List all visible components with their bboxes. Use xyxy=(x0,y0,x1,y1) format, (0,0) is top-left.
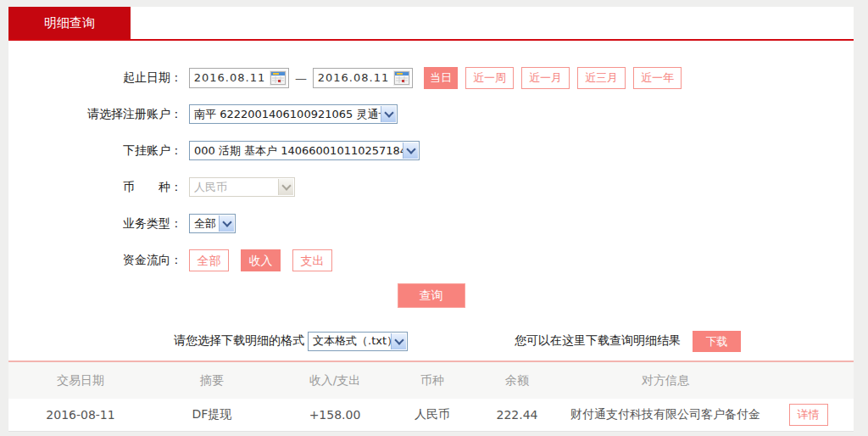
table-header-summary: 摘要 xyxy=(153,373,271,388)
detail-button[interactable]: 详情 xyxy=(789,404,828,426)
sub-account-label: 下挂账户： xyxy=(8,143,182,159)
table-header-balance: 余额 xyxy=(466,373,568,388)
query-button[interactable]: 查询 xyxy=(398,283,465,308)
quick-range-month-button[interactable]: 近一月 xyxy=(521,67,570,89)
sub-account-row: 下挂账户： 000 活期 基本户 1406600101102571848 xyxy=(8,132,854,169)
register-account-row: 请选择注册账户： 南平 6222001406100921065 灵通卡 xyxy=(8,96,854,132)
start-date-value: 2016.08.11 xyxy=(190,71,270,84)
start-date-input[interactable]: 2016.08.11 xyxy=(189,68,289,88)
quick-range-group: 当日 近一周 近一月 近三月 近一年 xyxy=(424,67,689,89)
cell-counterparty: 财付通支付科技有限公司客户备付金 xyxy=(568,407,763,422)
fund-direction-income-button[interactable]: 收入 xyxy=(241,249,281,271)
download-hint: 您可以在这里下载查询明细结果 xyxy=(515,333,681,349)
table-header-row: 交易日期 摘要 收入/支出 币种 余额 对方信息 xyxy=(8,362,854,399)
chevron-down-icon[interactable] xyxy=(403,143,418,159)
download-format-label: 请您选择下载明细的格式 xyxy=(174,333,304,349)
currency-row: 币 种： 人民币 xyxy=(8,169,854,205)
tab-bar: 明细查询 xyxy=(8,7,854,41)
chevron-down-icon[interactable] xyxy=(381,106,396,122)
cell-amount: +158.00 xyxy=(271,408,398,422)
business-type-select[interactable]: 全部 xyxy=(189,214,236,233)
content-panel: 明细查询 起止日期： 2016.08.11 xyxy=(8,7,854,432)
cell-balance: 222.44 xyxy=(466,408,568,422)
table-header-currency: 币种 xyxy=(398,373,466,388)
fund-direction-row: 资金流向： 全部 收入 支出 xyxy=(8,242,854,278)
fund-direction-label: 资金流向： xyxy=(8,253,182,268)
cell-transaction-date: 2016-08-11 xyxy=(8,408,153,422)
register-account-label: 请选择注册账户： xyxy=(8,107,182,122)
calendar-icon[interactable] xyxy=(393,70,410,86)
cell-actions: 详情 xyxy=(763,404,854,426)
chevron-down-icon[interactable] xyxy=(219,215,234,232)
chevron-down-icon xyxy=(278,179,293,195)
quick-range-year-button[interactable]: 近一年 xyxy=(633,67,682,89)
sub-account-value: 000 活期 基本户 1406600101102571848 xyxy=(194,143,414,159)
calendar-icon[interactable] xyxy=(270,70,287,86)
currency-label: 币 种： xyxy=(8,180,182,195)
fund-direction-all-button[interactable]: 全部 xyxy=(189,249,229,271)
table-row: 2016-08-11 DF提现 +158.00 人民币 222.44 财付通支付… xyxy=(8,399,854,432)
business-type-value: 全部 xyxy=(194,216,216,232)
date-range-label: 起止日期： xyxy=(8,70,182,86)
download-format-select[interactable]: 文本格式（.txt） xyxy=(308,332,408,351)
end-date-value: 2016.08.11 xyxy=(314,71,393,84)
date-separator: — xyxy=(295,71,307,85)
query-form: 起止日期： 2016.08.11 xyxy=(8,41,854,362)
sub-account-select[interactable]: 000 活期 基本户 1406600101102571848 xyxy=(189,141,420,160)
download-row: 请您选择下载明细的格式 文本格式（.txt） 您可以在这里下载查询明细结果 下载 xyxy=(174,330,854,352)
quick-range-quarter-button[interactable]: 近三月 xyxy=(577,67,626,89)
quick-range-week-button[interactable]: 近一周 xyxy=(465,67,514,89)
cell-summary: DF提现 xyxy=(153,407,271,422)
cell-currency: 人民币 xyxy=(398,407,466,422)
download-button[interactable]: 下载 xyxy=(693,331,741,352)
register-account-select[interactable]: 南平 6222001406100921065 灵通卡 xyxy=(189,104,398,124)
currency-value: 人民币 xyxy=(194,180,227,195)
business-type-label: 业务类型： xyxy=(8,216,182,232)
form-divider xyxy=(8,352,854,362)
register-account-value: 南平 6222001406100921065 灵通卡 xyxy=(194,107,389,122)
table-header-counterparty: 对方信息 xyxy=(568,373,763,388)
chevron-down-icon[interactable] xyxy=(391,333,406,349)
table-header-date: 交易日期 xyxy=(8,373,153,388)
table-header-amount: 收入/支出 xyxy=(271,373,398,388)
fund-direction-expense-button[interactable]: 支出 xyxy=(292,249,332,271)
quick-range-today-button[interactable]: 当日 xyxy=(424,67,458,89)
currency-select: 人民币 xyxy=(189,177,295,197)
end-date-input[interactable]: 2016.08.11 xyxy=(313,68,413,88)
date-range-row: 起止日期： 2016.08.11 xyxy=(8,59,854,96)
download-format-value: 文本格式（.txt） xyxy=(313,333,398,349)
business-type-row: 业务类型： 全部 xyxy=(8,205,854,242)
tab-detail-query[interactable]: 明细查询 xyxy=(8,7,131,39)
